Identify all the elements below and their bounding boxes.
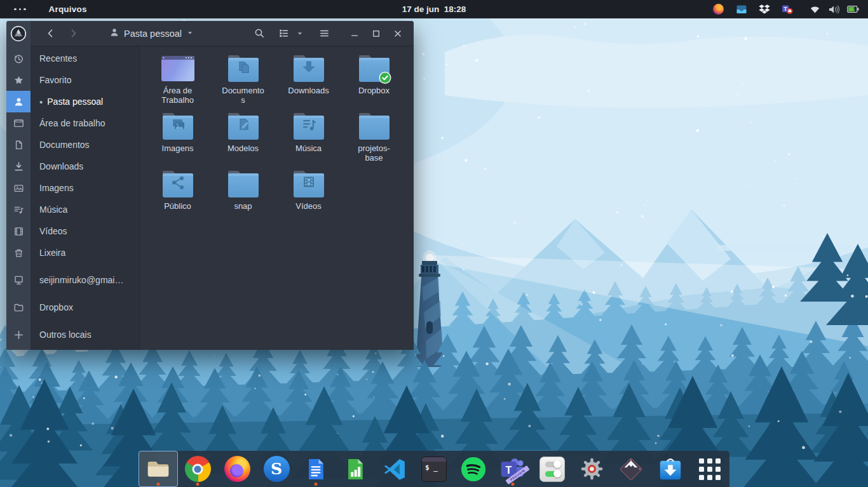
sidebar-item-label: seijinmiruko@gmai… [39,275,123,285]
star-icon[interactable] [6,69,31,91]
desktop-icon[interactable] [6,112,31,134]
app-grid-icon [696,455,724,483]
dock-item-terminal[interactable]: $ _ [414,451,454,487]
folder-icon [353,109,395,143]
location-label: Pasta pessoal [124,29,182,39]
battery-icon[interactable] [847,3,859,15]
dock-item-tweaks[interactable] [532,451,572,487]
file-label: Downloads [288,86,329,96]
dropbox-tray-icon[interactable] [758,3,770,15]
vscode-app-icon [381,455,409,483]
hamburger-menu-button[interactable] [316,25,332,42]
folder-icon[interactable] [6,297,31,318]
plus-icon[interactable] [6,324,31,345]
back-button[interactable] [42,25,58,42]
wifi-icon[interactable] [809,3,821,15]
file-modelos[interactable]: Modelos [210,108,276,166]
sidebar-item-favorito[interactable]: Favorito [31,69,139,91]
volume-icon[interactable] [828,3,840,15]
trash-icon[interactable] [6,242,31,264]
file-imagens[interactable]: Imagens [145,108,210,166]
file-label: Dropbox [358,86,390,96]
file-area-de-trabalho[interactable]: Área de Trabalho [145,50,210,108]
spotify-app-icon [459,455,487,483]
computer-icon[interactable] [6,269,31,291]
folder-icon [222,167,264,201]
system-tray: T [712,3,868,15]
sidebar-item-videos[interactable]: Vídeos [31,220,139,242]
minimize-button[interactable] [346,25,363,42]
sidebar-item-outros-locais[interactable]: Outros locais [31,324,139,345]
libreoffice-writer-app-icon [302,455,330,483]
forward-button[interactable] [65,25,81,42]
running-indicator [512,483,515,486]
dock-item-settings[interactable] [572,451,611,487]
sidebar-item-pasta-pessoal[interactable]: •Pasta pessoal [31,91,139,112]
files-window: Pasta pessoal RecentesFavorito•Pasta pes… [6,21,414,350]
file-label: Música [295,144,322,154]
focused-app-menu[interactable]: Arquivos [49,4,87,14]
sidebar-item-musica[interactable]: Música [31,199,139,220]
videos-icon[interactable] [6,220,31,242]
file-musica[interactable]: Música [276,108,341,166]
firefox-nightly-tray-icon[interactable] [712,3,724,15]
sidebar-item-documentos[interactable]: Documentos [31,134,139,156]
dock-item-firefox[interactable] [217,451,257,487]
music-icon[interactable] [6,199,31,220]
app-logo-icon[interactable] [6,21,31,46]
sidebar-item-downloads[interactable]: Downloads [31,156,139,177]
view-options-caret[interactable] [294,25,306,42]
sidebar: RecentesFavorito•Pasta pessoalÁrea de tr… [31,46,140,350]
dock-item-libreoffice-calc[interactable] [336,451,375,487]
search-button[interactable] [251,25,268,42]
dock-item-app-grid[interactable] [690,451,729,487]
clock[interactable]: 17 de jun 18:28 [402,4,466,14]
sidebar-item-seijinmiruko-gmai[interactable]: seijinmiruko@gmai… [31,269,139,291]
dock-item-teams[interactable]: TPREVIEW [493,451,532,487]
sidebar-item-label: Dropbox [39,302,73,312]
folder-icon [353,51,395,86]
dock-item-chrome[interactable] [178,451,217,487]
documents-icon[interactable] [6,134,31,156]
dock-item-libreoffice-writer[interactable] [296,451,336,487]
file-snap[interactable]: snap [210,166,276,223]
firefox-app-icon [223,455,251,483]
file-videos[interactable]: Vídeos [276,166,341,223]
maximize-button[interactable] [368,25,384,42]
caret-down-icon [186,29,194,39]
dock-item-inkscape[interactable] [611,451,651,487]
dock-item-software-store[interactable] [651,451,690,487]
sidebar-item-recentes[interactable]: Recentes [31,48,139,69]
sidebar-item-label: Downloads [39,161,83,171]
view-list-button[interactable] [275,25,292,42]
images-icon[interactable] [6,177,31,199]
sidebar-item-label: Recentes [39,53,77,63]
file-dropbox[interactable]: Dropbox [341,50,407,108]
file-downloads[interactable]: Downloads [276,50,341,108]
sidebar-item-lixeira[interactable]: Lixeira [31,242,139,264]
files-view: Área de TrabalhoDocumentosDownloadsDropb… [140,46,414,350]
workspace-dots-menu[interactable] [10,6,30,13]
file-projetos-base[interactable]: projetos-base [341,108,407,166]
sidebar-item-dropbox[interactable]: Dropbox [31,297,139,318]
downloads-icon[interactable] [6,156,31,177]
recents-icon[interactable] [6,48,31,69]
files-app-icon [144,455,172,483]
location-button[interactable]: Pasta pessoal [105,25,198,41]
sidebar-item-area-de-trabalho[interactable]: Área de trabalho [31,112,139,134]
selected-bullet: • [39,97,43,107]
file-label: projetos-base [352,144,397,163]
close-button[interactable] [390,25,406,42]
dock-item-station[interactable]: S [257,451,296,487]
home-icon[interactable] [6,91,31,112]
dock-item-files[interactable] [139,451,178,487]
sidebar-item-imagens[interactable]: Imagens [31,177,139,199]
teams-notification-tray-icon[interactable]: T [781,3,793,15]
dock-item-vscode[interactable] [375,451,414,487]
file-documentos[interactable]: Documentos [210,50,276,108]
file-publico[interactable]: Público [145,166,210,223]
dock-item-spotify[interactable] [454,451,493,487]
mailspring-tray-icon[interactable] [735,3,747,15]
sidebar-item-label: Área de trabalho [39,118,105,128]
window-headerbar: Pasta pessoal [31,21,414,46]
